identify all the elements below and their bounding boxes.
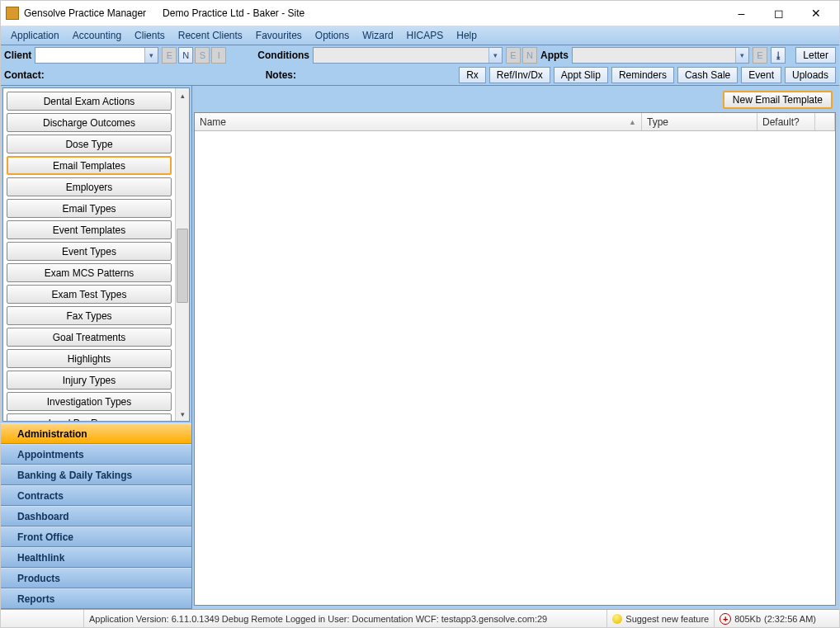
menu-options[interactable]: Options bbox=[310, 28, 354, 43]
app-title: Gensolve Practice Manager bbox=[24, 7, 146, 19]
admin-item-exam-test-types[interactable]: Exam Test Types bbox=[7, 285, 172, 304]
minimize-button[interactable]: – bbox=[723, 1, 760, 26]
menu-application[interactable]: Application bbox=[6, 28, 64, 43]
app-context: Demo Practice Ltd - Baker - Site bbox=[163, 7, 304, 19]
main-area: Dental Exam ActionsDischarge OutcomesDos… bbox=[1, 86, 839, 609]
menu-hicaps[interactable]: HICAPS bbox=[402, 28, 449, 43]
nav-reports[interactable]: Reports bbox=[1, 588, 191, 609]
grid-header: Name ▲ Type Default? bbox=[195, 113, 835, 131]
action-appt-slip[interactable]: Appt Slip bbox=[554, 67, 608, 83]
app-icon bbox=[6, 7, 19, 20]
maximize-button[interactable]: ◻ bbox=[760, 1, 797, 26]
menu-recent-clients[interactable]: Recent Clients bbox=[173, 28, 248, 43]
nav-appointments[interactable]: Appointments bbox=[1, 444, 191, 465]
admin-item-fax-types[interactable]: Fax Types bbox=[7, 306, 172, 325]
tiny1-btn-e[interactable]: E bbox=[162, 47, 177, 64]
col-name[interactable]: Name ▲ bbox=[195, 113, 642, 130]
appt-e-button[interactable]: E bbox=[753, 47, 767, 64]
toolbar: Client ▾ ENSI Conditions ▾ EN Appts ▾ E … bbox=[1, 45, 839, 86]
menu-clients[interactable]: Clients bbox=[130, 28, 170, 43]
nav-contracts[interactable]: Contracts bbox=[1, 485, 191, 506]
nav-sections: AdministrationAppointmentsBanking & Dail… bbox=[1, 423, 191, 609]
grid-body bbox=[195, 131, 835, 605]
menu-bar: ApplicationAccountingClientsRecent Clien… bbox=[1, 26, 839, 45]
download-button[interactable]: ⭳ bbox=[771, 47, 786, 64]
tiny2-btn-e[interactable]: E bbox=[506, 47, 521, 64]
col-default[interactable]: Default? bbox=[757, 113, 815, 130]
action-rx[interactable]: Rx bbox=[459, 67, 486, 83]
admin-item-discharge-outcomes[interactable]: Discharge Outcomes bbox=[7, 113, 172, 132]
admin-item-dental-exam-actions[interactable]: Dental Exam Actions bbox=[7, 92, 172, 111]
close-button[interactable]: ✕ bbox=[797, 1, 834, 26]
action-cash-sale[interactable]: Cash Sale bbox=[677, 67, 738, 83]
notes-label: Notes: bbox=[266, 69, 296, 81]
admin-item-email-templates[interactable]: Email Templates bbox=[7, 156, 172, 175]
scroll-up-icon[interactable]: ▴ bbox=[176, 88, 189, 102]
scroll-thumb[interactable] bbox=[177, 229, 188, 303]
status-version: Application Version: 6.11.0.1349 Debug R… bbox=[83, 610, 607, 627]
suggest-feature-button[interactable]: Suggest new feature bbox=[607, 610, 715, 627]
admin-item-dose-type[interactable]: Dose Type bbox=[7, 135, 172, 153]
admin-item-employers[interactable]: Employers bbox=[7, 177, 172, 196]
nav-banking-daily-takings[interactable]: Banking & Daily Takings bbox=[1, 465, 191, 485]
menu-favourites[interactable]: Favourites bbox=[251, 28, 307, 43]
admin-item-injury-types[interactable]: Injury Types bbox=[7, 371, 172, 390]
record-icon: + bbox=[720, 613, 731, 625]
menu-help[interactable]: Help bbox=[451, 28, 482, 43]
contact-label: Contact: bbox=[4, 69, 45, 81]
grid: Name ▲ Type Default? bbox=[194, 112, 836, 606]
title-bar: Gensolve Practice Manager Demo Practice … bbox=[1, 1, 839, 26]
admin-item-highlights[interactable]: Highlights bbox=[7, 349, 172, 368]
nav-healthlink[interactable]: Healthlink bbox=[1, 547, 191, 568]
admin-item-investigation-types[interactable]: Investigation Types bbox=[7, 392, 172, 411]
lightbulb-icon bbox=[612, 614, 622, 624]
action-reminders[interactable]: Reminders bbox=[611, 67, 674, 83]
sort-asc-icon: ▲ bbox=[629, 118, 636, 126]
nav-front-office[interactable]: Front Office bbox=[1, 526, 191, 547]
admin-item-lead-prv-reasons[interactable]: Lead Prv Reasons bbox=[7, 413, 172, 421]
menu-wizard[interactable]: Wizard bbox=[357, 28, 398, 43]
nav-administration[interactable]: Administration bbox=[1, 423, 191, 444]
appts-combo[interactable]: ▾ bbox=[572, 47, 749, 64]
action-ref-inv-dx[interactable]: Ref/Inv/Dx bbox=[489, 67, 550, 83]
left-panel: Dental Exam ActionsDischarge OutcomesDos… bbox=[1, 86, 192, 609]
admin-item-exam-mcs-patterns[interactable]: Exam MCS Patterns bbox=[7, 263, 172, 282]
client-combo[interactable]: ▾ bbox=[35, 47, 158, 64]
action-event[interactable]: Event bbox=[741, 67, 781, 83]
col-type[interactable]: Type bbox=[642, 113, 757, 130]
col-spacer bbox=[815, 113, 835, 130]
new-email-template-button[interactable]: New Email Template bbox=[723, 91, 833, 109]
appts-label: Appts bbox=[540, 50, 569, 61]
admin-item-event-templates[interactable]: Event Templates bbox=[7, 220, 172, 239]
admin-item-goal-treatments[interactable]: Goal Treatments bbox=[7, 328, 172, 347]
action-uploads[interactable]: Uploads bbox=[785, 67, 836, 83]
tiny2-btn-n[interactable]: N bbox=[522, 47, 537, 64]
conditions-combo[interactable]: ▾ bbox=[313, 47, 503, 64]
admin-item-email-types[interactable]: Email Types bbox=[7, 199, 172, 218]
tiny1-btn-s[interactable]: S bbox=[195, 47, 210, 64]
scroll-down-icon[interactable]: ▾ bbox=[176, 407, 189, 421]
menu-accounting[interactable]: Accounting bbox=[68, 28, 126, 43]
tiny1-btn-n[interactable]: N bbox=[178, 47, 193, 64]
status-bar: Application Version: 6.11.0.1349 Debug R… bbox=[1, 609, 839, 627]
admin-item-list: Dental Exam ActionsDischarge OutcomesDos… bbox=[3, 88, 175, 421]
admin-item-event-types[interactable]: Event Types bbox=[7, 242, 172, 261]
status-memory: + 805Kb (2:32:56 AM) bbox=[715, 610, 821, 627]
letter-button[interactable]: Letter bbox=[795, 47, 836, 64]
scrollbar[interactable]: ▴ ▾ bbox=[175, 88, 189, 421]
nav-products[interactable]: Products bbox=[1, 568, 191, 588]
client-label: Client bbox=[4, 50, 31, 61]
right-panel: New Email Template Name ▲ Type Default? bbox=[194, 87, 836, 606]
nav-dashboard[interactable]: Dashboard bbox=[1, 506, 191, 526]
conditions-label: Conditions bbox=[257, 50, 309, 61]
tiny1-btn-i[interactable]: I bbox=[211, 47, 226, 64]
